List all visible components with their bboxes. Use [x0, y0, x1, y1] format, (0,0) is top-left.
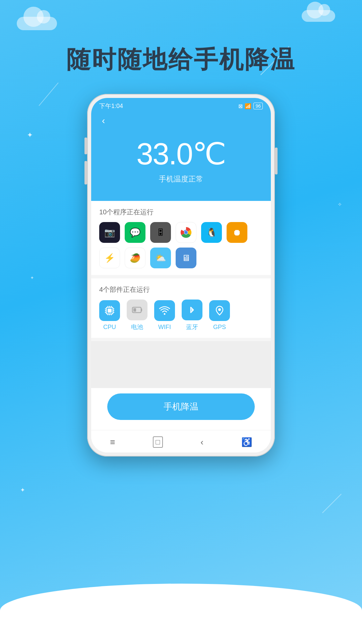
battery-level: 96	[253, 103, 263, 109]
svg-point-3	[184, 231, 188, 234]
app-header: ‹	[91, 113, 271, 126]
gps-component[interactable]: GPS	[209, 300, 230, 331]
camera-app-icon[interactable]: 📷	[99, 222, 120, 243]
star-2: ✦	[20, 486, 25, 494]
content-section: 10个程序正在运行 📷 💬 🎛	[91, 201, 271, 452]
wifi-label: WIFI	[158, 324, 171, 331]
bluetooth-label: 蓝牙	[186, 323, 198, 331]
phone-mockup: 下午1:04 ⊠ 📶 96 ‹ 33.0℃ 手机温度正常	[87, 94, 275, 457]
svg-point-21	[164, 313, 166, 315]
back-button[interactable]: ‹	[99, 114, 108, 127]
empty-gray-area	[91, 341, 271, 388]
cloud-right	[302, 10, 335, 22]
nav-menu-icon[interactable]: ≡	[110, 437, 115, 447]
cloud-left	[17, 17, 57, 30]
chrome-svg-icon	[179, 226, 193, 239]
cpu-icon	[99, 300, 120, 321]
svg-rect-20	[133, 308, 136, 312]
wifi-component[interactable]: WIFI	[154, 300, 175, 331]
battery-label: 电池	[131, 323, 143, 331]
nav-home-icon[interactable]: □	[153, 436, 163, 448]
orange-app-icon[interactable]: ⏺	[227, 222, 247, 243]
wechat-app-icon[interactable]: 💬	[125, 222, 145, 243]
temperature-section: 33.0℃ 手机温度正常	[91, 126, 271, 201]
wifi-icon: 📶	[245, 103, 251, 109]
star-4: ✦	[30, 275, 34, 280]
nav-accessibility-icon[interactable]: ♿	[241, 437, 252, 447]
bluetooth-icon-box	[182, 300, 202, 320]
qq-app-icon[interactable]: 🐧	[201, 222, 222, 243]
running-components-section: 4个部件正在运行	[91, 278, 271, 338]
star-3: ✧	[338, 201, 342, 208]
battery-component[interactable]: 电池	[127, 300, 147, 331]
running-apps-section: 10个程序正在运行 📷 💬 🎛	[91, 201, 271, 275]
weather-app-icon[interactable]: ⛅	[150, 248, 171, 268]
status-time: 下午1:04	[99, 102, 123, 110]
gps-label: GPS	[213, 324, 226, 331]
volume-down-button	[84, 161, 87, 184]
speed-app-icon[interactable]: ⚡	[99, 248, 120, 268]
battery-icon	[127, 300, 147, 320]
battery-cross-icon: ⊠	[238, 103, 243, 109]
cool-phone-button[interactable]: 手机降温	[107, 393, 255, 420]
temperature-status: 手机温度正常	[98, 174, 264, 184]
running-apps-label: 10个程序正在运行	[99, 208, 263, 217]
svg-point-22	[218, 308, 221, 311]
cpu-component[interactable]: CPU	[99, 300, 120, 331]
deco-line-3	[322, 494, 342, 513]
components-row: CPU 电池	[99, 300, 263, 331]
audio-app-icon[interactable]: 🎛	[150, 222, 171, 243]
navigation-bar: ≡ □ ‹ ♿	[91, 430, 271, 452]
gps-icon-box	[209, 300, 230, 321]
power-button	[275, 148, 278, 174]
nav-back-icon[interactable]: ‹	[200, 437, 203, 447]
bottom-hill-decoration	[0, 584, 362, 644]
phone-screen: 下午1:04 ⊠ 📶 96 ‹ 33.0℃ 手机温度正常	[91, 98, 271, 452]
temperature-value: 33.0℃	[98, 136, 264, 171]
remote-app-icon[interactable]: 🖥	[176, 248, 196, 268]
status-bar: 下午1:04 ⊠ 📶 96	[91, 98, 271, 113]
phone-outer-frame: 下午1:04 ⊠ 📶 96 ‹ 33.0℃ 手机温度正常	[87, 94, 275, 457]
status-icons: ⊠ 📶 96	[238, 103, 263, 109]
wifi-icon-box	[154, 300, 175, 321]
star-1: ✦	[27, 131, 33, 140]
bluetooth-component[interactable]: 蓝牙	[182, 300, 202, 331]
svg-rect-5	[108, 309, 112, 313]
main-tagline: 随时随地给手机降温	[0, 44, 362, 76]
chrome-app-icon[interactable]	[176, 222, 196, 243]
svg-rect-19	[141, 309, 142, 311]
app-icons-row: 📷 💬 🎛	[99, 222, 263, 268]
cpu-label: CPU	[103, 324, 116, 331]
mango-app-icon[interactable]: 🥭	[125, 248, 145, 268]
running-components-label: 4个部件正在运行	[99, 285, 263, 294]
volume-up-button	[84, 138, 87, 154]
deco-line-2	[39, 83, 58, 106]
